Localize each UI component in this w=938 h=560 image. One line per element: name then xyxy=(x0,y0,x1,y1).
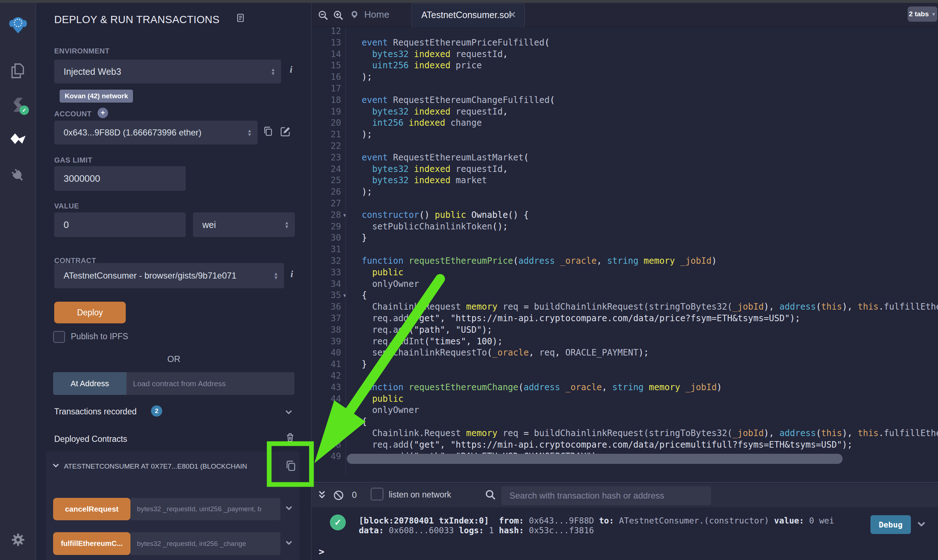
contract-info-icon[interactable]: i xyxy=(291,269,293,280)
line-number[interactable]: 26 xyxy=(311,186,341,198)
home-tab-icon[interactable] xyxy=(349,9,360,22)
doc-link-icon[interactable] xyxy=(235,13,245,24)
account-select[interactable]: 0x643...9F88D (1.666673996 ether) ▲▼ xyxy=(54,121,258,145)
edit-account-icon[interactable] xyxy=(280,126,291,139)
terminal-search-input[interactable] xyxy=(501,486,711,505)
tab-home[interactable]: Home xyxy=(364,9,389,20)
line-number[interactable]: 27 xyxy=(311,198,341,209)
zoom-in-icon[interactable] xyxy=(332,9,344,22)
line-number[interactable]: 35 xyxy=(311,290,341,301)
fold-arrow-icon[interactable]: ▾ xyxy=(343,290,353,301)
debug-button[interactable]: Debug xyxy=(870,515,911,534)
at-address-input[interactable] xyxy=(126,372,294,395)
line-number[interactable]: 28 xyxy=(311,209,341,221)
deploy-run-icon[interactable] xyxy=(8,130,28,150)
line-number[interactable]: 47 xyxy=(311,428,341,439)
editor-horizontal-scrollbar[interactable] xyxy=(347,454,843,464)
expand-terminal-icon[interactable] xyxy=(317,490,328,502)
value-unit-select[interactable]: wei ▲▼ xyxy=(193,212,295,237)
line-number[interactable]: 14 xyxy=(311,49,341,60)
cancel-request-button[interactable]: cancelRequest xyxy=(53,498,131,520)
line-number[interactable]: 12 xyxy=(311,26,341,37)
line-number[interactable]: 24 xyxy=(311,164,341,175)
listen-network-checkbox[interactable] xyxy=(371,488,383,500)
line-number[interactable]: 44 xyxy=(311,394,341,405)
stepper-arrows-icon[interactable]: ▲▼ xyxy=(284,221,289,229)
line-number[interactable]: 31 xyxy=(311,244,341,255)
fold-arrow-icon[interactable]: ▾ xyxy=(343,416,353,428)
line-number[interactable]: 40 xyxy=(311,347,341,359)
line-number[interactable]: 37 xyxy=(311,313,341,325)
contract-select[interactable]: ATestnetConsumer - browser/gists/9b71e07… xyxy=(54,263,284,288)
file-explorer-icon[interactable] xyxy=(8,61,28,81)
gas-limit-input[interactable]: 3000000 xyxy=(54,166,186,191)
line-number[interactable]: 16 xyxy=(311,72,341,83)
log-line-1[interactable]: [block:20780401 txIndex:0] from: 0x643..… xyxy=(359,516,834,525)
deploy-run-panel: DEPLOY & RUN TRANSACTIONS ENVIRONMENT In… xyxy=(36,3,311,560)
fulfill-ethereum-button[interactable]: fulfillEthereumC... xyxy=(53,532,131,555)
contract-expand-chevron-icon[interactable] xyxy=(51,461,60,471)
copy-contract-address-icon[interactable] xyxy=(284,460,297,474)
line-number[interactable]: 18 xyxy=(311,95,341,106)
line-number[interactable]: 43 xyxy=(311,382,341,394)
plugin-manager-icon[interactable] xyxy=(8,165,28,186)
stepper-arrows-icon[interactable]: ▲▼ xyxy=(247,129,252,137)
line-number[interactable]: 46 xyxy=(311,416,341,428)
log-line-2[interactable]: data: 0x608...60033 logs: 1 hash: 0x53c.… xyxy=(359,526,594,535)
deployed-contract-card: ATESTNETCONSUMER AT 0X7E7...E80D1 (BLOCK… xyxy=(46,452,300,560)
add-account-icon[interactable]: + xyxy=(98,108,108,118)
line-number[interactable]: 34 xyxy=(311,278,341,290)
close-tab-icon[interactable]: ✕ xyxy=(509,10,516,20)
fulfill-ethereum-args-input[interactable] xyxy=(131,532,280,555)
clear-terminal-icon[interactable] xyxy=(332,489,345,503)
line-number[interactable]: 20 xyxy=(311,117,341,129)
environment-info-icon[interactable]: i xyxy=(290,64,292,75)
environment-select[interactable]: Injected Web3 ▲▼ xyxy=(54,60,281,83)
line-number[interactable]: 19 xyxy=(311,106,341,118)
line-number[interactable]: 21 xyxy=(311,129,341,140)
line-number[interactable]: 38 xyxy=(311,325,341,336)
tabs-count-dropdown[interactable]: 2 tabs ▼ xyxy=(908,6,937,22)
solidity-compiler-icon[interactable]: ✓ xyxy=(8,95,28,115)
terminal-prompt[interactable]: > xyxy=(319,546,324,557)
line-number[interactable]: 48 xyxy=(311,439,341,451)
line-number[interactable]: 39 xyxy=(311,336,341,348)
cancel-request-args-input[interactable] xyxy=(131,498,280,520)
remix-logo-icon[interactable] xyxy=(8,14,28,35)
zoom-out-icon[interactable] xyxy=(317,9,329,22)
stepper-arrows-icon[interactable]: ▲▼ xyxy=(274,272,278,280)
line-number[interactable]: 42 xyxy=(311,370,341,382)
line-number[interactable]: 36 xyxy=(311,301,341,313)
line-number[interactable]: 41 xyxy=(311,359,341,370)
line-number[interactable]: 30 xyxy=(311,232,341,244)
line-number[interactable]: 32 xyxy=(311,255,341,267)
settings-gear-icon[interactable] xyxy=(8,530,28,550)
line-number[interactable]: 13 xyxy=(311,37,341,49)
cancel-request-chevron-icon[interactable] xyxy=(284,504,294,514)
copy-account-icon[interactable] xyxy=(262,126,274,139)
at-address-button[interactable]: At Address xyxy=(53,372,126,395)
fold-arrow-icon[interactable]: ▾ xyxy=(343,209,353,221)
line-number[interactable]: 29 xyxy=(311,221,341,233)
code-line-22: 22 xyxy=(311,140,938,152)
tab-active-file[interactable]: ATestnetConsumer.sol ✕ xyxy=(412,4,524,27)
line-number[interactable]: 17 xyxy=(311,83,341,95)
trash-icon[interactable] xyxy=(285,432,295,445)
fulfill-ethereum-chevron-icon[interactable] xyxy=(284,538,294,549)
environment-value: Injected Web3 xyxy=(64,66,121,77)
line-number[interactable]: 15 xyxy=(311,60,341,72)
deploy-button[interactable]: Deploy xyxy=(54,302,126,323)
value-input[interactable]: 0 xyxy=(54,212,186,237)
publish-ipfs-checkbox[interactable] xyxy=(53,331,65,343)
line-number[interactable]: 45 xyxy=(311,405,341,416)
line-number[interactable]: 22 xyxy=(311,140,341,152)
line-number[interactable]: 33 xyxy=(311,267,341,278)
contract-instance-label[interactable]: ATESTNETCONSUMER AT 0X7E7...E80D1 (BLOCK… xyxy=(64,462,275,471)
line-number[interactable]: 25 xyxy=(311,175,341,186)
transactions-chevron-icon[interactable] xyxy=(284,408,294,418)
line-number[interactable]: 49 xyxy=(311,451,341,462)
stepper-arrows-icon[interactable]: ▲▼ xyxy=(271,68,275,75)
line-number[interactable]: 23 xyxy=(311,152,341,164)
code-area[interactable]: 1213event RequestEthereumPriceFulfilled(… xyxy=(311,3,938,482)
log-expand-chevron-icon[interactable] xyxy=(916,519,927,531)
